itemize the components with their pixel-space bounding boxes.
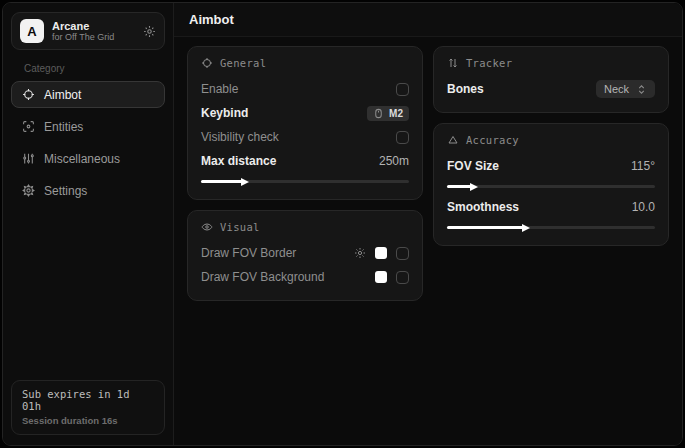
smoothness-value: 10.0 (632, 200, 655, 214)
sliders-icon (22, 152, 35, 165)
sidebar-item-aimbot[interactable]: Aimbot (11, 81, 165, 108)
sidebar: A Arcane for Off The Grid Category Aimbo… (3, 3, 174, 445)
max-distance-row: Max distance 250m (201, 150, 409, 172)
app-window: A Arcane for Off The Grid Category Aimbo… (2, 2, 683, 446)
draw-fov-border-label: Draw FOV Border (201, 246, 296, 260)
session-duration-text: Session duration 16s (22, 415, 154, 426)
eye-icon (201, 221, 213, 233)
smoothness-row: Smoothness 10.0 (447, 196, 655, 218)
swap-vertical-icon (447, 57, 459, 69)
slider-fill (201, 180, 243, 183)
sidebar-item-label: Settings (44, 184, 87, 198)
bones-select[interactable]: Neck (596, 80, 655, 98)
visibility-check-label: Visibility check (201, 130, 279, 144)
keybind-row: Keybind M2 (201, 102, 409, 124)
panel-title-text: Accuracy (466, 134, 519, 146)
fov-border-color-swatch[interactable] (375, 247, 387, 259)
keybind-label: Keybind (201, 106, 248, 120)
panel-accuracy: Accuracy FOV Size 115° Smoothness 10.0 (433, 123, 669, 246)
subscription-card: Sub expires in 1d 01h Session duration 1… (11, 380, 165, 435)
gear-icon[interactable] (143, 25, 156, 38)
max-distance-label: Max distance (201, 154, 276, 168)
smoothness-label: Smoothness (447, 200, 519, 214)
crosshair-icon (22, 88, 35, 101)
draw-fov-border-row: Draw FOV Border (201, 242, 409, 264)
fov-size-slider[interactable] (447, 185, 655, 188)
enable-label: Enable (201, 82, 238, 96)
logo-text: Arcane for Off The Grid (52, 20, 135, 43)
fov-size-row: FOV Size 115° (447, 155, 655, 177)
chevron-up-down-icon (636, 84, 647, 95)
fov-background-color-swatch[interactable] (375, 271, 387, 283)
content-grid: General Enable Keybind (174, 37, 682, 445)
enable-checkbox[interactable] (396, 83, 409, 96)
draw-fov-background-label: Draw FOV Background (201, 270, 324, 284)
visibility-check-checkbox[interactable] (396, 131, 409, 144)
app-logo: A (20, 19, 44, 43)
panel-general: General Enable Keybind (187, 46, 423, 200)
panel-general-header: General (201, 57, 409, 69)
app-title: Arcane (52, 20, 135, 33)
panel-visual-header: Visual (201, 221, 409, 233)
logo-card: A Arcane for Off The Grid (11, 12, 165, 50)
draw-fov-background-controls (375, 271, 409, 284)
panel-title-text: Visual (220, 221, 260, 233)
bones-label: Bones (447, 82, 484, 96)
panel-tracker-header: Tracker (447, 57, 655, 69)
triangle-icon (447, 134, 459, 146)
slider-thumb[interactable] (241, 178, 249, 186)
app-subtitle: for Off The Grid (52, 32, 135, 42)
panel-tracker: Tracker Bones Neck (433, 46, 669, 113)
right-column: Tracker Bones Neck (433, 46, 669, 246)
enable-row: Enable (201, 78, 409, 100)
gear-icon (22, 184, 35, 197)
sidebar-item-settings[interactable]: Settings (11, 177, 165, 204)
draw-fov-background-row: Draw FOV Background (201, 266, 409, 288)
draw-fov-background-checkbox[interactable] (396, 271, 409, 284)
max-distance-slider[interactable] (201, 180, 409, 183)
draw-fov-border-checkbox[interactable] (396, 247, 409, 260)
page-title: Aimbot (174, 3, 682, 37)
fov-size-value: 115° (631, 159, 655, 173)
sidebar-item-label: Aimbot (44, 88, 81, 102)
visibility-check-row: Visibility check (201, 126, 409, 148)
sub-expiry-text: Sub expires in 1d 01h (22, 388, 154, 412)
mouse-icon (373, 108, 384, 119)
smoothness-slider[interactable] (447, 226, 655, 229)
draw-fov-border-controls (354, 247, 409, 260)
panel-visual: Visual Draw FOV Border (187, 210, 423, 301)
sidebar-item-miscellaneous[interactable]: Miscellaneous (11, 145, 165, 172)
crosshair-icon (201, 57, 213, 69)
main-area: Aimbot General Enable (174, 3, 682, 445)
scan-eye-icon (22, 120, 35, 133)
category-label: Category (24, 63, 165, 74)
gear-icon[interactable] (354, 247, 366, 259)
bones-row: Bones Neck (447, 78, 655, 100)
sidebar-item-label: Miscellaneous (44, 152, 120, 166)
left-column: General Enable Keybind (187, 46, 423, 301)
panel-title-text: Tracker (466, 57, 512, 69)
panel-title-text: General (220, 57, 266, 69)
keybind-value: M2 (389, 108, 403, 119)
panel-accuracy-header: Accuracy (447, 134, 655, 146)
slider-fill (447, 226, 524, 229)
bones-value: Neck (604, 83, 629, 95)
fov-size-label: FOV Size (447, 159, 499, 173)
slider-thumb[interactable] (470, 183, 478, 191)
slider-thumb[interactable] (522, 224, 530, 232)
sidebar-item-label: Entities (44, 120, 83, 134)
sidebar-item-entities[interactable]: Entities (11, 113, 165, 140)
slider-fill (447, 185, 472, 188)
keybind-button[interactable]: M2 (367, 106, 409, 121)
max-distance-value: 250m (379, 154, 409, 168)
